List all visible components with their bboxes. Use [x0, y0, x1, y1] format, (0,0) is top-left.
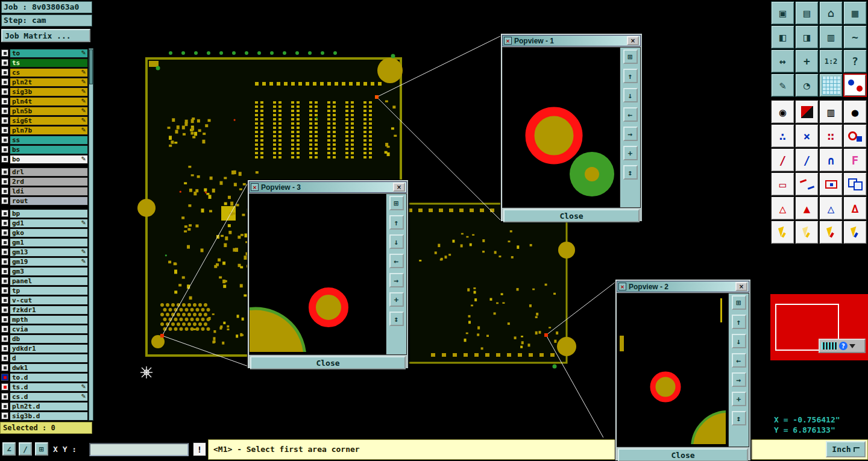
triangle-filled-icon[interactable]: ▲	[795, 196, 819, 220]
popview-window-3[interactable]: × Popview - 3 × ⊞↑↓←→+↕ Close	[247, 180, 409, 369]
layer-color-swatch[interactable]: tp	[10, 286, 88, 295]
layer-color-swatch[interactable]: ts.d✎	[10, 383, 88, 392]
scrollbar-thumb[interactable]	[89, 49, 93, 84]
layer-color-swatch[interactable]: cs.d✎	[10, 392, 88, 401]
layer-checkbox[interactable]	[1, 277, 8, 284]
line-red-icon[interactable]: /	[771, 148, 794, 172]
layer-color-swatch[interactable]: cvia	[10, 325, 88, 334]
layer-row-cvia[interactable]: cvia	[1, 324, 88, 334]
ruler-icon[interactable]: ▥	[819, 100, 843, 124]
layer-checkbox[interactable]	[1, 69, 8, 76]
layer-checkbox[interactable]	[1, 345, 8, 352]
layer-row-gko[interactable]: gko	[1, 228, 88, 237]
layer-color-swatch[interactable]: drl	[10, 168, 88, 177]
overview-pane[interactable]: ?	[770, 294, 868, 360]
zoom-ratio-button[interactable]: 1:2	[819, 49, 843, 73]
home-view-icon[interactable]: ⌂	[819, 1, 843, 25]
layer-color-swatch[interactable]: db	[10, 334, 88, 343]
layer-color-swatch[interactable]: gm19✎	[10, 257, 88, 266]
layer-row-2rd[interactable]: 2rd	[1, 177, 88, 186]
layer-checkbox[interactable]	[1, 364, 8, 371]
swap-view-icon[interactable]: ↔	[771, 49, 794, 73]
layer-row-pln2t[interactable]: pln2t✎	[1, 77, 88, 87]
layer-checkbox[interactable]	[1, 239, 8, 246]
layer-row-ydkdr1[interactable]: ydkdr1	[1, 343, 88, 353]
zoom-in-icon[interactable]: ↑	[623, 69, 638, 83]
pan-left-icon[interactable]: ←	[732, 353, 746, 368]
layer-color-swatch[interactable]: fzkdr1	[10, 306, 88, 315]
layer-checkbox[interactable]	[1, 136, 8, 143]
popview-3-titlebar[interactable]: × Popview - 3 ×	[249, 181, 407, 193]
layer-color-swatch[interactable]: ydkdr1	[10, 344, 88, 353]
layer-color-swatch[interactable]: pln2t.d	[10, 402, 88, 411]
layer-row-gm19[interactable]: gm19✎	[1, 257, 88, 266]
layer-row-gd1[interactable]: gd1✎	[1, 218, 88, 228]
layer-color-swatch[interactable]: ts	[10, 58, 88, 67]
layer-color-swatch[interactable]: sig3b.d	[10, 412, 88, 421]
chevron-down-icon[interactable]	[849, 344, 855, 348]
screen-copy-icon[interactable]: ▤	[795, 1, 819, 25]
fit-view-icon[interactable]: ↕	[732, 411, 746, 425]
pan-right-icon[interactable]: →	[389, 273, 404, 287]
layer-checkbox[interactable]	[1, 155, 8, 163]
setup-tools-icon[interactable]: ✎	[771, 74, 794, 97]
triangle-small-icon[interactable]: ∆	[843, 196, 867, 220]
center-view-icon[interactable]: +	[389, 292, 404, 307]
popview-window-2[interactable]: × Popview - 2 × ⊞↑↓←→+↕ Close	[615, 279, 751, 461]
layer-color-swatch[interactable]: panel	[10, 277, 88, 286]
highlight-pad-3[interactable]	[160, 334, 164, 337]
close-icon[interactable]: ×	[393, 183, 405, 192]
layer-row-ts[interactable]: ts	[1, 58, 88, 67]
cursor-outline-icon[interactable]	[795, 221, 819, 244]
layer-checkbox[interactable]	[1, 374, 8, 381]
triangle-blue-icon[interactable]: △	[819, 196, 843, 220]
layer-color-swatch[interactable]: ldi	[10, 187, 88, 196]
layer-row-bs[interactable]: bs	[1, 145, 88, 154]
pan-window-left-icon[interactable]: ◧	[771, 25, 794, 49]
cursor-point-icon[interactable]	[819, 221, 843, 244]
layer-color-swatch[interactable]: rout	[10, 196, 88, 205]
nav-widget[interactable]: ?	[819, 339, 866, 353]
layer-checkbox[interactable]	[1, 210, 8, 217]
layer-checkbox[interactable]	[1, 258, 8, 265]
layer-color-swatch[interactable]: bs	[10, 145, 88, 154]
layer-checkbox[interactable]	[1, 168, 8, 175]
layer-color-swatch[interactable]: gm3	[10, 267, 88, 276]
layer-color-swatch[interactable]: pln4t✎	[10, 97, 88, 106]
zoom-window-icon[interactable]: ⊞	[623, 49, 638, 64]
layer-color-swatch[interactable]: ss	[10, 136, 88, 145]
layer-row-dwk1[interactable]: dwk1	[1, 363, 88, 372]
arc-tool-icon[interactable]: ∩	[819, 148, 843, 172]
layer-checkbox[interactable]	[1, 393, 8, 400]
units-button[interactable]: Inch	[826, 441, 866, 457]
layer-checkbox[interactable]	[1, 78, 8, 86]
layer-checkbox[interactable]	[1, 383, 8, 390]
job-matrix-button[interactable]: Job Matrix ...	[1, 29, 90, 42]
popview-1-canvas[interactable]	[503, 48, 620, 207]
layer-row-fzkdr1[interactable]: fzkdr1	[1, 305, 88, 315]
layer-checkbox[interactable]	[1, 335, 8, 342]
layer-checkbox[interactable]	[1, 296, 8, 304]
layer-checkbox[interactable]	[1, 88, 8, 95]
center-view-icon[interactable]: +	[732, 392, 746, 406]
layers-stack-icon[interactable]: ▥	[819, 25, 843, 49]
layer-row-bo[interactable]: bo✎	[1, 154, 88, 164]
layer-checkbox[interactable]	[1, 248, 8, 256]
layer-row-panel[interactable]: panel	[1, 276, 88, 286]
grid-toggle-icon[interactable]	[819, 74, 843, 97]
layer-color-swatch[interactable]: sig3b✎	[10, 87, 88, 96]
layer-checkbox[interactable]	[1, 403, 8, 410]
layer-checkbox[interactable]	[1, 107, 8, 114]
layer-color-swatch[interactable]: pln7b✎	[10, 126, 88, 135]
center-target-icon[interactable]: +	[795, 49, 819, 73]
layer-row-pln4t[interactable]: pln4t✎	[1, 96, 88, 106]
layer-checkbox[interactable]	[1, 219, 8, 227]
box-target-icon[interactable]	[819, 172, 843, 196]
close-icon[interactable]: ×	[627, 36, 639, 45]
popview-close-button[interactable]: Close	[503, 209, 640, 222]
monitor-icon[interactable]: ▦	[843, 1, 867, 25]
close-icon[interactable]: ×	[735, 282, 747, 291]
highlight-pad-1[interactable]	[375, 95, 379, 99]
help-button[interactable]: ?	[843, 49, 867, 73]
layer-checkbox[interactable]	[1, 268, 8, 275]
